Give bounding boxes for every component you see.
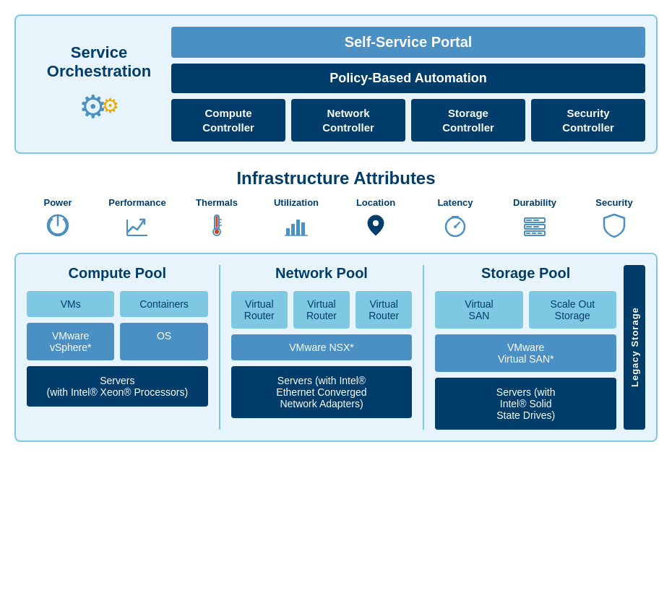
- gear-gold-icon: ⚙: [101, 94, 119, 118]
- utilization-icon: [283, 212, 309, 238]
- svg-rect-11: [286, 228, 290, 235]
- svg-rect-29: [532, 233, 536, 234]
- virtual-router-2-cell: Virtual Router: [293, 291, 350, 329]
- network-pool-title: Network Pool: [231, 265, 413, 282]
- storage-pool: Storage Pool Virtual SAN Scale Out Stora…: [435, 265, 616, 430]
- vms-cell: VMs: [27, 291, 114, 317]
- storage-controller-box: StorageController: [411, 99, 525, 142]
- vmware-vsan-cell: VMware Virtual SAN*: [435, 334, 616, 372]
- compute-middle-row: VMware vSphere* OS: [27, 323, 208, 360]
- infrastructure-title: Infrastructure Attributes: [14, 168, 658, 188]
- attribute-utilization: Utilization: [264, 197, 329, 238]
- security-icon: [601, 212, 627, 238]
- attribute-power: Power: [25, 197, 90, 238]
- scale-out-storage-cell: Scale Out Storage: [529, 291, 616, 329]
- attribute-location: Location: [343, 197, 408, 238]
- vmware-nsx-cell: VMware NSX*: [231, 334, 413, 360]
- location-icon: [363, 212, 389, 238]
- power-icon: [45, 212, 71, 238]
- location-label: Location: [356, 197, 395, 208]
- performance-label: Performance: [108, 197, 165, 208]
- network-servers-cell: Servers (with Intel® Ethernet Converged …: [231, 366, 413, 418]
- svg-rect-5: [216, 216, 218, 227]
- so-right-panel: Self-Service Portal Policy-Based Automat…: [171, 27, 645, 142]
- attribute-durability: Durability: [502, 197, 567, 238]
- security-label: Security: [595, 197, 632, 208]
- svg-rect-22: [526, 220, 532, 221]
- so-left-panel: Service Orchestration ⚙ ⚙: [27, 27, 171, 142]
- compute-top-row: VMs Containers: [27, 291, 208, 317]
- network-pool: Network Pool Virtual Router Virtual Rout…: [231, 265, 413, 430]
- latency-icon: [442, 212, 468, 238]
- attributes-row: Power Performance Thermals: [14, 197, 658, 238]
- durability-label: Durability: [513, 197, 556, 208]
- svg-point-7: [215, 230, 219, 234]
- svg-point-20: [454, 225, 457, 228]
- attribute-performance: Performance: [105, 197, 170, 238]
- svg-rect-13: [296, 220, 300, 235]
- storage-servers-cell: Servers (with Intel® Solid State Drives): [435, 378, 616, 430]
- svg-rect-30: [538, 233, 542, 234]
- storage-top-row: Virtual SAN Scale Out Storage: [435, 291, 616, 329]
- self-service-portal-bar: Self-Service Portal: [171, 27, 645, 58]
- latency-label: Latency: [437, 197, 473, 208]
- power-label: Power: [43, 197, 72, 208]
- vmware-vsphere-cell: VMware vSphere*: [27, 323, 114, 360]
- compute-pool: Compute Pool VMs Containers VMware vSphe…: [27, 265, 208, 430]
- svg-point-16: [373, 220, 379, 226]
- svg-rect-12: [291, 224, 295, 235]
- service-orchestration-section: Service Orchestration ⚙ ⚙ Self-Service P…: [14, 14, 658, 154]
- svg-rect-28: [526, 233, 530, 234]
- security-controller-box: SecurityController: [531, 99, 645, 142]
- thermals-label: Thermals: [196, 197, 238, 208]
- network-controller-box: NetworkController: [291, 99, 405, 142]
- compute-controller-box: ComputeController: [171, 99, 285, 142]
- containers-cell: Containers: [120, 291, 207, 317]
- durability-icon: [522, 212, 548, 238]
- attribute-thermals: Thermals: [184, 197, 249, 238]
- divider-2: [423, 265, 424, 430]
- os-cell: OS: [120, 323, 207, 360]
- policy-based-automation-bar: Policy-Based Automation: [171, 64, 645, 93]
- network-top-row: Virtual Router Virtual Router Virtual Ro…: [231, 291, 413, 329]
- svg-rect-23: [533, 220, 539, 221]
- attribute-latency: Latency: [423, 197, 488, 238]
- gears-icon: ⚙ ⚙: [79, 88, 119, 125]
- compute-servers-cell: Servers (with Intel® Xeon® Processors): [27, 366, 208, 407]
- controllers-row: ComputeController NetworkController Stor…: [171, 99, 645, 142]
- divider-1: [219, 265, 220, 430]
- virtual-router-3-cell: Virtual Router: [356, 291, 412, 329]
- svg-rect-26: [533, 226, 539, 227]
- utilization-label: Utilization: [274, 197, 319, 208]
- legacy-storage-bar: Legacy Storage: [624, 265, 645, 430]
- performance-icon: [124, 212, 150, 238]
- svg-rect-25: [526, 226, 532, 227]
- infrastructure-section: Infrastructure Attributes Power Performa…: [14, 168, 658, 238]
- service-orchestration-title: Service Orchestration: [27, 43, 171, 81]
- compute-pool-title: Compute Pool: [27, 265, 208, 282]
- storage-pool-title: Storage Pool: [435, 265, 616, 282]
- thermals-icon: [204, 212, 230, 238]
- svg-rect-14: [301, 222, 305, 235]
- virtual-san-cell: Virtual SAN: [435, 291, 522, 329]
- attribute-security: Security: [582, 197, 647, 238]
- pools-section: Compute Pool VMs Containers VMware vSphe…: [14, 253, 658, 442]
- virtual-router-1-cell: Virtual Router: [231, 291, 288, 329]
